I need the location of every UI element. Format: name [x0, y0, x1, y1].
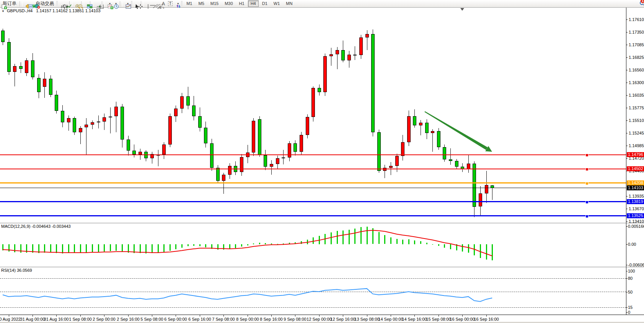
- label-tool-icon: T: [168, 1, 173, 6]
- timeframe-m5[interactable]: M5: [196, 0, 207, 7]
- tile-windows-button[interactable]: [85, 0, 88, 7]
- indicators-button[interactable]: ▾: [106, 0, 112, 7]
- separator: [120, 1, 123, 6]
- notification-badge: 1: [641, 0, 644, 3]
- timeframe-mn[interactable]: MN: [283, 0, 295, 7]
- new-order-button[interactable]: 新订单: [0, 0, 18, 7]
- timeframe-d1[interactable]: D1: [259, 0, 270, 7]
- toolbar-grip: [181, 1, 183, 6]
- timeframe-m1[interactable]: M1: [184, 0, 195, 7]
- timeframe-h4[interactable]: H4: [248, 0, 259, 7]
- bar-chart-button[interactable]: [59, 0, 62, 7]
- label-tool-button[interactable]: T: [166, 0, 174, 7]
- timeframe-w1[interactable]: W1: [271, 0, 283, 7]
- separator: [20, 1, 23, 6]
- vertical-line-tool-button[interactable]: [145, 0, 148, 7]
- chart-shift-marker[interactable]: [460, 8, 464, 11]
- timeframe-h1[interactable]: H1: [236, 0, 247, 7]
- arrows-tool-button[interactable]: ▾: [174, 0, 180, 7]
- svg-text:F: F: [163, 7, 165, 9]
- timeframe-m15[interactable]: M15: [208, 0, 221, 7]
- toolbar: 新订单 自动交易: [0, 0, 644, 8]
- timeframe-m30[interactable]: M30: [222, 0, 235, 7]
- trend-arrow-object[interactable]: [424, 111, 487, 150]
- mt4-window: 新订单 自动交易: [0, 0, 644, 323]
- new-chart-button[interactable]: [24, 0, 27, 7]
- auto-trading-button[interactable]: 自动交易: [33, 0, 55, 7]
- chart-area[interactable]: ▼ GBPUSD-,H4 1.14157 1.14162 1.13851 1.1…: [0, 7, 644, 323]
- auto-scroll-button[interactable]: [94, 0, 97, 7]
- timeframe-group: M1M5M15M30H1H4D1W1MN: [183, 0, 295, 7]
- templates-button[interactable]: ▾: [124, 0, 130, 7]
- cursor-tool-button[interactable]: [133, 0, 136, 7]
- zoom-in-button[interactable]: [73, 0, 77, 7]
- toolbar-grip: [56, 1, 58, 6]
